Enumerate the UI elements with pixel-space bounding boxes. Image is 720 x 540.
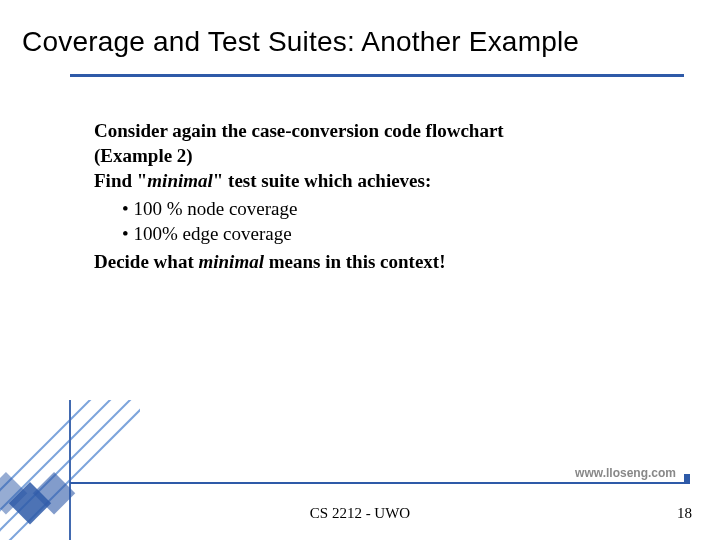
body-line-2-em: minimal	[147, 170, 212, 191]
footer-course: CS 2212 - UWO	[0, 505, 720, 522]
slide-body: Consider again the case-conversion code …	[94, 118, 654, 274]
body-line-3-em: minimal	[198, 251, 263, 272]
body-line-3: Decide what minimal means in this contex…	[94, 249, 654, 274]
body-line-3-post: means in this context!	[264, 251, 446, 272]
bottom-rule	[70, 482, 684, 484]
body-line-2-pre: Find "	[94, 170, 147, 191]
bullet-item: 100% edge coverage	[122, 221, 654, 246]
body-line-1a: Consider again the case-conversion code …	[94, 118, 654, 143]
bullet-list: 100 % node coverage 100% edge coverage	[122, 196, 654, 246]
slide-title: Coverage and Test Suites: Another Exampl…	[22, 26, 579, 58]
slide: Coverage and Test Suites: Another Exampl…	[0, 0, 720, 540]
body-line-1b: (Example 2)	[94, 143, 654, 168]
svg-line-3	[0, 400, 110, 510]
rule-cap	[684, 474, 690, 484]
body-line-2-post: " test suite which achieves:	[213, 170, 431, 191]
page-number: 18	[677, 505, 692, 522]
body-line-2: Find "minimal" test suite which achieves…	[94, 168, 654, 193]
bullet-item: 100 % node coverage	[122, 196, 654, 221]
body-line-3-pre: Decide what	[94, 251, 198, 272]
footer-url: www.lloseng.com	[569, 466, 682, 480]
top-rule	[70, 74, 684, 77]
